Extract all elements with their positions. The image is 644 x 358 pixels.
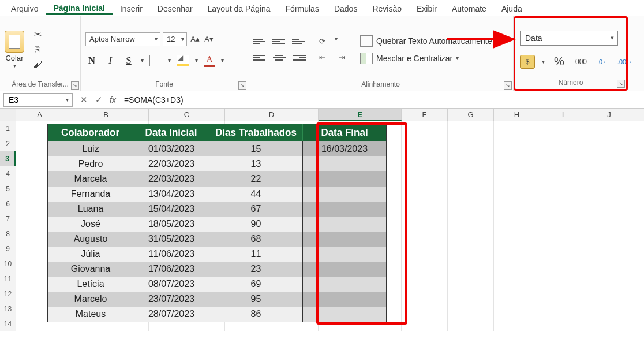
- cell[interactable]: [402, 121, 448, 136]
- cell-data-inicial[interactable]: 17/06/2023: [133, 262, 209, 277]
- cell[interactable]: [494, 121, 540, 136]
- cell[interactable]: [586, 316, 632, 331]
- chevron-down-icon[interactable]: ▾: [13, 62, 16, 69]
- borders-icon[interactable]: [149, 55, 162, 66]
- cell[interactable]: [402, 166, 448, 181]
- cell[interactable]: [540, 316, 586, 331]
- table-row[interactable]: Letícia08/07/202369: [48, 277, 386, 292]
- cut-icon[interactable]: ✂: [31, 29, 44, 40]
- format-painter-icon[interactable]: 🖌: [31, 59, 44, 70]
- menu-tab-arquivo[interactable]: Arquivo: [3, 3, 46, 14]
- increase-indent-icon[interactable]: ⇥: [335, 52, 349, 64]
- increase-decimal-icon[interactable]: .0←: [596, 55, 611, 69]
- row-header[interactable]: 2: [0, 136, 16, 151]
- row-header[interactable]: 4: [0, 166, 16, 181]
- enter-formula-icon[interactable]: ✓: [91, 95, 106, 105]
- column-header[interactable]: C: [149, 109, 225, 121]
- cell-colaborador[interactable]: José: [48, 217, 133, 232]
- chevron-down-icon[interactable]: ▾: [221, 57, 224, 64]
- cell-data-inicial[interactable]: 01/03/2023: [133, 141, 209, 156]
- cell-data-inicial[interactable]: 23/07/2023: [133, 292, 209, 307]
- comma-style-icon[interactable]: 000: [574, 55, 589, 69]
- cell[interactable]: [586, 151, 632, 166]
- cell[interactable]: [540, 301, 586, 316]
- cell[interactable]: [586, 256, 632, 271]
- cell[interactable]: [494, 316, 540, 331]
- select-all-corner[interactable]: [0, 109, 16, 121]
- cell[interactable]: [586, 271, 632, 286]
- cell[interactable]: [402, 211, 448, 226]
- row-header[interactable]: 6: [0, 196, 16, 211]
- cell[interactable]: [540, 151, 586, 166]
- cell[interactable]: [586, 286, 632, 301]
- cell[interactable]: [586, 121, 632, 136]
- paste-button[interactable]: Colar: [5, 54, 23, 62]
- column-header[interactable]: F: [402, 109, 448, 121]
- cell-dias[interactable]: 69: [209, 277, 303, 292]
- cell[interactable]: [402, 271, 448, 286]
- row-header[interactable]: 12: [0, 286, 16, 301]
- table-row[interactable]: Luana15/04/202367: [48, 202, 386, 217]
- table-row[interactable]: Júlia11/06/202311: [48, 247, 386, 262]
- row-header[interactable]: 7: [0, 211, 16, 226]
- row-header[interactable]: 11: [0, 271, 16, 286]
- cell-dias[interactable]: 13: [209, 156, 303, 171]
- cell[interactable]: [494, 301, 540, 316]
- formula-input[interactable]: =SOMA(C3+D3): [119, 95, 644, 105]
- table-row[interactable]: José18/05/202390: [48, 217, 386, 232]
- cell[interactable]: [494, 181, 540, 196]
- cell-dias[interactable]: 23: [209, 262, 303, 277]
- cell[interactable]: [448, 301, 494, 316]
- cell[interactable]: [448, 121, 494, 136]
- cell[interactable]: [448, 136, 494, 151]
- cell[interactable]: [586, 166, 632, 181]
- spreadsheet-grid[interactable]: ABCDEFGHIJ 1234567891011121314 Colaborad…: [0, 109, 644, 331]
- cell[interactable]: [402, 226, 448, 241]
- cell-colaborador[interactable]: Luana: [48, 202, 133, 217]
- cell[interactable]: [402, 136, 448, 151]
- row-header[interactable]: 1: [0, 121, 16, 136]
- cell[interactable]: [402, 301, 448, 316]
- cell-colaborador[interactable]: Júlia: [48, 247, 133, 262]
- cell[interactable]: [448, 166, 494, 181]
- currency-icon[interactable]: $: [520, 55, 535, 69]
- column-header[interactable]: B: [63, 109, 149, 121]
- cell[interactable]: [586, 136, 632, 151]
- align-left-icon[interactable]: [253, 52, 267, 64]
- cell[interactable]: [494, 136, 540, 151]
- row-header[interactable]: 3: [0, 151, 16, 166]
- cell[interactable]: [540, 121, 586, 136]
- cell[interactable]: [402, 151, 448, 166]
- cell-data-inicial[interactable]: 22/03/2023: [133, 171, 209, 187]
- row-header[interactable]: 5: [0, 181, 16, 196]
- cell-colaborador[interactable]: Marcelo: [48, 292, 133, 307]
- column-header[interactable]: E: [319, 109, 402, 121]
- table-row[interactable]: Giovanna17/06/202323: [48, 262, 386, 277]
- cell-data-inicial[interactable]: 13/04/2023: [133, 187, 209, 202]
- cell[interactable]: [448, 256, 494, 271]
- align-top-icon[interactable]: [253, 36, 267, 47]
- cell-data-final[interactable]: [303, 202, 386, 217]
- cell-data-inicial[interactable]: 22/03/2023: [133, 156, 209, 171]
- cell[interactable]: [402, 286, 448, 301]
- align-bottom-icon[interactable]: [292, 36, 306, 47]
- cell-dias[interactable]: 44: [209, 187, 303, 202]
- table-row[interactable]: Augusto31/05/202368: [48, 232, 386, 247]
- table-row[interactable]: Marcelo23/07/202395: [48, 292, 386, 307]
- cell-data-final[interactable]: [303, 247, 386, 262]
- cell-data-final[interactable]: [303, 217, 386, 232]
- cell[interactable]: [494, 151, 540, 166]
- cell-data-inicial[interactable]: 08/07/2023: [133, 277, 209, 292]
- cell-colaborador[interactable]: Letícia: [48, 277, 133, 292]
- decrease-font-icon[interactable]: A▾: [203, 33, 215, 46]
- row-header[interactable]: 9: [0, 241, 16, 256]
- cell-dias[interactable]: 86: [209, 307, 303, 322]
- cell-data-final[interactable]: [303, 156, 386, 171]
- menu-tab-dados[interactable]: Dados: [327, 3, 365, 14]
- cell[interactable]: [540, 196, 586, 211]
- menu-tab-desenhar[interactable]: Desenhar: [150, 3, 200, 14]
- cell-data-inicial[interactable]: 28/07/2023: [133, 307, 209, 322]
- cell-colaborador[interactable]: Augusto: [48, 232, 133, 247]
- cell-data-inicial[interactable]: 18/05/2023: [133, 217, 209, 232]
- cell-data-final[interactable]: [303, 262, 386, 277]
